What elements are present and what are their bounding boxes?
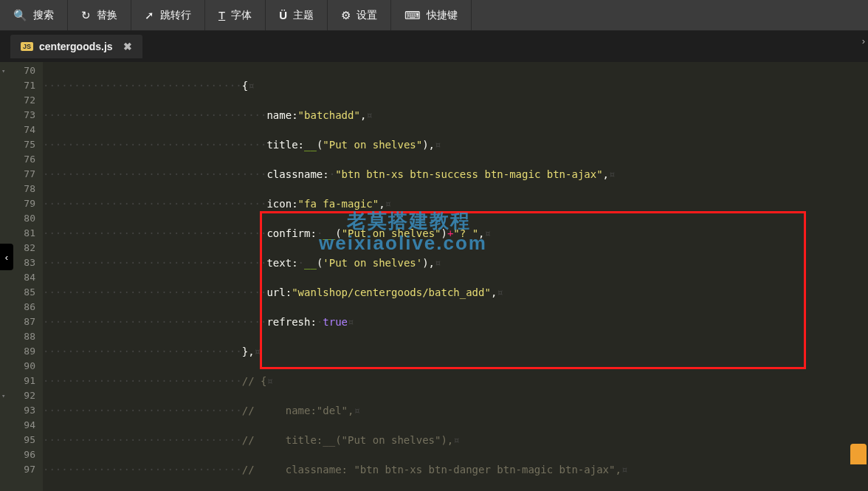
sidebar-toggle[interactable]: ‹ [0,244,13,270]
line-number: 97 [0,462,43,477]
font-label: 字体 [231,9,252,22]
tab-bar: JS centergoods.js ✖ › [0,31,868,62]
chevron-right-icon[interactable]: › [862,35,865,47]
tab-centergoods[interactable]: JS centergoods.js ✖ [10,35,142,58]
line-number: 94 [0,418,43,433]
theme-icon: Ü [279,9,287,21]
goto-icon: ➚ [145,9,154,22]
line-gutter: 70 71 72 73 74 75 76 77 78 79 80 81 82 8… [0,62,43,491]
settings-button[interactable]: ⚙ 设置 [328,0,391,30]
toolbar: 🔍 搜索 ↻ 替换 ➚ 跳转行 T 字体 Ü 主题 ⚙ 设置 ⌨ 快捷键 [0,0,868,31]
font-button[interactable]: T 字体 [205,0,266,30]
goto-label: 跳转行 [160,9,191,22]
line-number: 80 [0,211,43,226]
font-icon: T [218,9,225,21]
line-number: 74 [0,123,43,137]
line-number: 92 [0,388,43,403]
line-number: 86 [0,300,43,315]
line-number: 78 [0,182,43,196]
replace-label: 替换 [97,9,117,22]
tab-filename: centergoods.js [39,41,113,52]
tool-badge-icon [850,444,867,464]
shortcut-button[interactable]: ⌨ 快捷键 [391,0,472,30]
line-number: 81 [0,226,43,241]
line-number: 70 [0,63,43,78]
line-number: 89 [0,344,43,359]
code-editor[interactable]: 70 71 72 73 74 75 76 77 78 79 80 81 82 8… [0,62,868,491]
line-number: 85 [0,285,43,300]
line-number: 77 [0,167,43,182]
code-area[interactable]: ································{¤ ·····… [43,62,868,491]
line-number: 79 [0,196,43,211]
close-icon[interactable]: ✖ [123,41,132,52]
line-number: 96 [0,447,43,462]
theme-button[interactable]: Ü 主题 [266,0,328,30]
search-button[interactable]: 🔍 搜索 [0,0,68,30]
line-number: 90 [0,359,43,374]
line-number: 95 [0,433,43,447]
line-number: 71 [0,78,43,93]
search-icon: 🔍 [13,9,27,22]
line-number: 91 [0,374,43,388]
gear-icon: ⚙ [341,9,351,22]
replace-button[interactable]: ↻ 替换 [68,0,131,30]
shortcut-label: 快捷键 [427,9,458,22]
line-number: 93 [0,403,43,418]
line-number: 76 [0,152,43,167]
search-label: 搜索 [33,9,54,22]
line-number: 88 [0,329,43,344]
line-number: 72 [0,93,43,108]
theme-label: 主题 [293,9,314,22]
replace-icon: ↻ [81,9,91,22]
settings-label: 设置 [356,9,377,22]
goto-button[interactable]: ➚ 跳转行 [131,0,205,30]
line-number: 75 [0,137,43,152]
line-number: 73 [0,108,43,123]
js-file-icon: JS [21,42,33,51]
keyboard-icon: ⌨ [404,9,421,22]
line-number: 84 [0,270,43,285]
line-number: 87 [0,315,43,329]
